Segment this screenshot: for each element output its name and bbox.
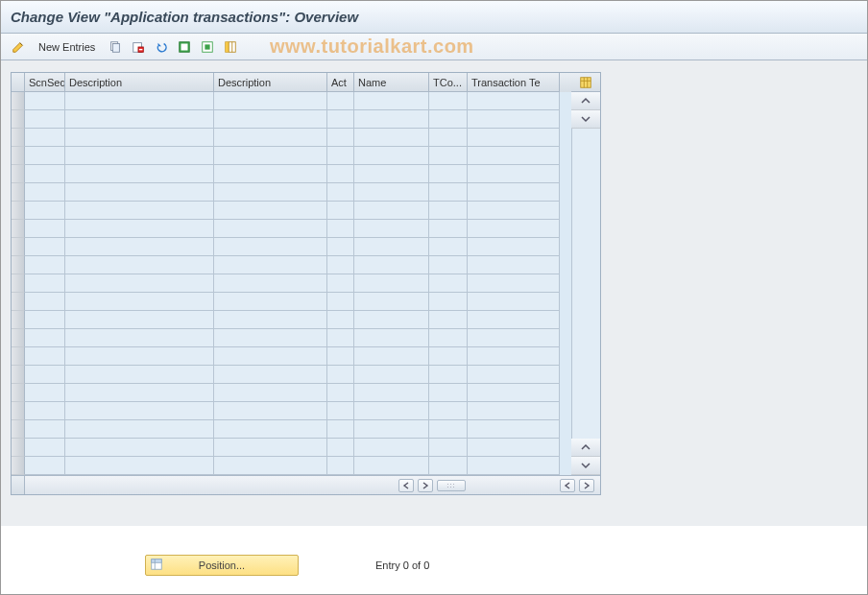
table-cell[interactable] (327, 311, 354, 329)
table-cell[interactable] (25, 110, 65, 129)
table-cell[interactable] (354, 311, 429, 329)
table-cell[interactable] (327, 366, 354, 384)
table-cell[interactable] (429, 420, 468, 439)
table-cell[interactable] (214, 238, 327, 256)
table-cell[interactable] (327, 347, 354, 366)
table-cell[interactable] (354, 274, 429, 293)
table-cell[interactable] (429, 329, 468, 347)
undo-button[interactable] (152, 37, 171, 57)
table-cell[interactable] (214, 165, 327, 183)
row-selector[interactable] (12, 92, 25, 110)
table-cell[interactable] (429, 293, 468, 311)
row-selector[interactable] (12, 147, 25, 165)
table-cell[interactable] (354, 165, 429, 183)
position-button[interactable]: Position... (145, 555, 299, 576)
table-cell[interactable] (354, 457, 429, 475)
table-cell[interactable] (468, 202, 560, 220)
table-cell[interactable] (354, 366, 429, 384)
table-cell[interactable] (65, 293, 214, 311)
table-cell[interactable] (214, 110, 327, 129)
table-cell[interactable] (429, 110, 468, 129)
table-cell[interactable] (327, 457, 354, 475)
table-settings-button[interactable] (571, 73, 600, 92)
table-cell[interactable] (354, 129, 429, 147)
table-cell[interactable] (429, 311, 468, 329)
table-cell[interactable] (327, 202, 354, 220)
column-header[interactable]: ScnSeq (25, 73, 65, 92)
table-cell[interactable] (65, 129, 214, 147)
table-cell[interactable] (214, 256, 327, 274)
table-cell[interactable] (468, 165, 560, 183)
table-cell[interactable] (354, 420, 429, 439)
table-cell[interactable] (214, 439, 327, 457)
scroll-up-button[interactable] (571, 92, 600, 110)
table-cell[interactable] (65, 457, 214, 475)
table-cell[interactable] (327, 293, 354, 311)
table-cell[interactable] (429, 92, 468, 110)
table-cell[interactable] (214, 402, 327, 420)
row-selector[interactable] (12, 366, 25, 384)
column-header[interactable]: Name (354, 73, 429, 92)
table-cell[interactable] (327, 256, 354, 274)
row-selector[interactable] (12, 202, 25, 220)
row-selector[interactable] (12, 439, 25, 457)
hscroll-left-button[interactable] (398, 479, 414, 492)
table-cell[interactable] (65, 366, 214, 384)
table-cell[interactable] (214, 92, 327, 110)
table-cell[interactable] (25, 329, 65, 347)
table-cell[interactable] (354, 439, 429, 457)
table-cell[interactable] (25, 92, 65, 110)
table-cell[interactable] (354, 347, 429, 366)
table-cell[interactable] (65, 402, 214, 420)
row-selector[interactable] (12, 293, 25, 311)
table-cell[interactable] (25, 129, 65, 147)
table-cell[interactable] (25, 256, 65, 274)
table-cell[interactable] (25, 293, 65, 311)
table-cell[interactable] (25, 202, 65, 220)
table-cell[interactable] (429, 439, 468, 457)
table-cell[interactable] (25, 366, 65, 384)
hscroll-left-end-button[interactable] (560, 479, 575, 492)
table-cell[interactable] (327, 274, 354, 293)
table-cell[interactable] (327, 329, 354, 347)
table-cell[interactable] (214, 347, 327, 366)
table-cell[interactable] (214, 129, 327, 147)
row-selector[interactable] (12, 183, 25, 202)
table-cell[interactable] (25, 402, 65, 420)
row-selector[interactable] (12, 274, 25, 293)
table-cell[interactable] (354, 329, 429, 347)
table-cell[interactable] (429, 129, 468, 147)
column-header[interactable]: TCo... (429, 73, 468, 92)
table-cell[interactable] (65, 110, 214, 129)
table-cell[interactable] (468, 366, 560, 384)
table-cell[interactable] (214, 220, 327, 238)
table-cell[interactable] (429, 165, 468, 183)
table-cell[interactable] (468, 110, 560, 129)
table-cell[interactable] (214, 366, 327, 384)
table-cell[interactable] (214, 183, 327, 202)
table-cell[interactable] (354, 402, 429, 420)
table-cell[interactable] (429, 238, 468, 256)
table-cell[interactable] (214, 311, 327, 329)
table-cell[interactable] (214, 293, 327, 311)
table-cell[interactable] (327, 420, 354, 439)
table-cell[interactable] (65, 238, 214, 256)
row-selector[interactable] (12, 457, 25, 475)
table-cell[interactable] (354, 110, 429, 129)
row-selector[interactable] (12, 256, 25, 274)
new-entries-button[interactable]: New Entries (32, 37, 102, 57)
hscroll-right-end-button[interactable] (579, 479, 594, 492)
table-cell[interactable] (65, 220, 214, 238)
row-selector[interactable] (12, 238, 25, 256)
table-cell[interactable] (468, 402, 560, 420)
table-cell[interactable] (25, 147, 65, 165)
row-selector[interactable] (12, 110, 25, 129)
table-cell[interactable] (354, 92, 429, 110)
table-cell[interactable] (25, 274, 65, 293)
table-cell[interactable] (354, 202, 429, 220)
table-cell[interactable] (25, 347, 65, 366)
table-cell[interactable] (354, 384, 429, 402)
column-header[interactable]: Description (214, 73, 327, 92)
scroll-down-button[interactable] (571, 110, 600, 129)
table-cell[interactable] (468, 384, 560, 402)
